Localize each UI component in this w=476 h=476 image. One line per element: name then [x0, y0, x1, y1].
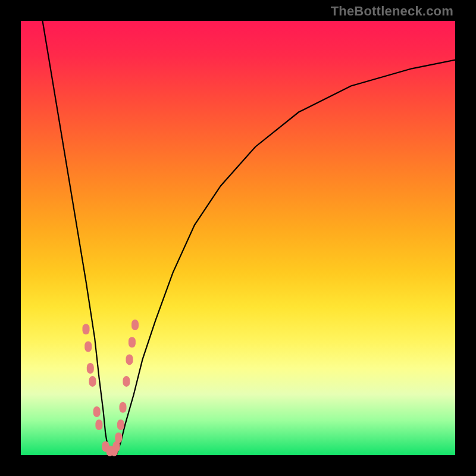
brand-watermark: TheBottleneck.com [331, 4, 453, 19]
marker-point [89, 376, 96, 387]
marker-point [115, 433, 122, 443]
marker-point [117, 419, 124, 430]
marker-point [95, 419, 102, 430]
marker-point [126, 354, 133, 365]
plot-area [21, 21, 455, 455]
curve-layer [43, 21, 456, 455]
curve-left-branch [43, 21, 112, 455]
marker-point [129, 337, 136, 347]
marker-point [93, 406, 101, 417]
chart-stage: TheBottleneck.com [0, 0, 476, 476]
marker-point [83, 324, 90, 334]
chart-overlay [21, 21, 455, 455]
marker-point [87, 363, 94, 374]
curve-right-branch [117, 60, 455, 455]
marker-point [131, 320, 139, 330]
marker-point [120, 402, 127, 413]
marker-layer [83, 320, 139, 456]
marker-point [84, 342, 92, 352]
marker-point [123, 376, 130, 387]
